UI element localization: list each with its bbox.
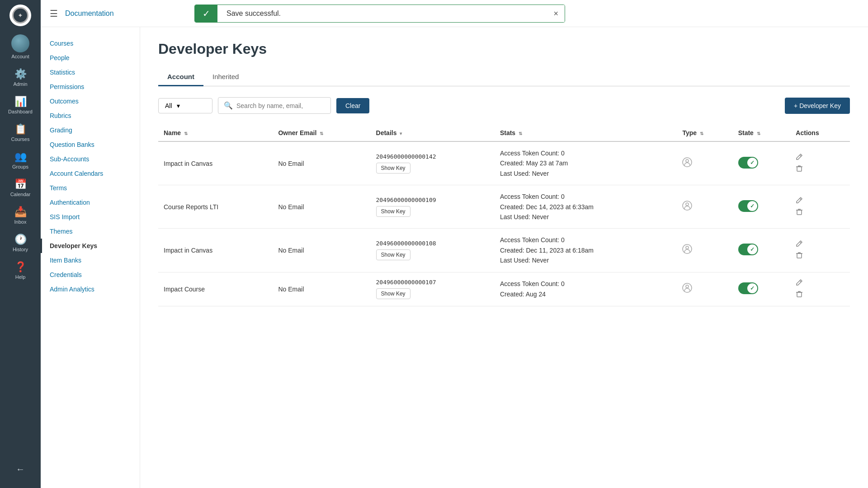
row-1-delete-icon[interactable]	[796, 208, 844, 217]
row-2-actions	[790, 229, 850, 272]
row-3-stats: Access Token Count: 0Created: Aug 24	[495, 272, 677, 306]
row-1-show-key-button[interactable]: Show Key	[376, 206, 410, 217]
rail-item-courses[interactable]: 📋 Courses	[0, 119, 41, 146]
row-3-edit-icon[interactable]	[796, 279, 844, 288]
help-icon: ❓	[14, 261, 27, 273]
row-1-edit-icon[interactable]	[796, 197, 844, 206]
sidebar-item-statistics[interactable]: Statistics	[41, 65, 140, 80]
row-0-lti-icon	[682, 159, 692, 169]
row-2-key-id: 20496000000000108	[376, 240, 436, 247]
page-title: Developer Keys	[158, 41, 850, 57]
sidebar-item-sis-import[interactable]: SIS Import	[41, 210, 140, 224]
filter-dropdown[interactable]: All ▾	[158, 98, 212, 113]
row-1-state[interactable]: ✓	[733, 185, 791, 229]
svg-point-1	[686, 160, 689, 162]
body-layout: Courses People Statistics Permissions Ou…	[41, 27, 868, 488]
row-0-delete-icon[interactable]	[796, 165, 844, 174]
row-3-key-id: 20496000000000107	[376, 279, 436, 286]
sidebar-item-themes[interactable]: Themes	[41, 224, 140, 239]
app-logo	[9, 5, 31, 26]
table-row: Impact in CanvasNo Email2049600000000014…	[158, 141, 850, 185]
table-row: Course Reports LTINo Email20496000000000…	[158, 185, 850, 229]
row-1-type	[677, 185, 732, 229]
content-area: Developer Keys Account Inherited All ▾ 🔍…	[140, 27, 868, 488]
col-state[interactable]: State ⇅	[733, 125, 791, 141]
col-actions: Actions	[790, 125, 850, 141]
row-2-type	[677, 229, 732, 272]
rail-item-calendar[interactable]: 📅 Calendar	[0, 174, 41, 202]
col-owner-email[interactable]: Owner Email ⇅	[273, 125, 370, 141]
sidebar-item-terms[interactable]: Terms	[41, 181, 140, 195]
table-row: Impact CourseNo Email20496000000000107Sh…	[158, 272, 850, 306]
state-sort-icon: ⇅	[757, 131, 760, 136]
row-1-toggle[interactable]: ✓	[738, 200, 758, 212]
rail-item-groups[interactable]: 👥 Groups	[0, 146, 41, 174]
row-1-stats: Access Token Count: 0Created: Dec 14, 20…	[495, 185, 677, 229]
sidebar-item-outcomes[interactable]: Outcomes	[41, 94, 140, 108]
rail-item-dashboard[interactable]: 📊 Dashboard	[0, 91, 41, 119]
alert-success-icon: ✓	[195, 5, 217, 22]
row-3-show-key-button[interactable]: Show Key	[376, 288, 410, 299]
history-icon: 🕐	[14, 234, 27, 245]
row-2-toggle-knob: ✓	[747, 244, 757, 254]
row-2-toggle[interactable]: ✓	[738, 244, 758, 255]
row-2-show-key-button[interactable]: Show Key	[376, 249, 410, 260]
row-0-type	[677, 141, 732, 185]
row-2-delete-icon[interactable]	[796, 252, 844, 261]
documentation-link[interactable]: Documentation	[65, 9, 114, 18]
hamburger-button[interactable]: ☰	[50, 8, 58, 19]
sidebar-item-question-banks[interactable]: Question Banks	[41, 137, 140, 152]
sidebar-item-permissions[interactable]: Permissions	[41, 80, 140, 94]
svg-rect-5	[797, 210, 802, 215]
topbar: ☰ Documentation ✓ Save successful. ×	[41, 0, 868, 27]
collapse-button[interactable]: ←	[11, 460, 29, 479]
clear-button[interactable]: Clear	[336, 98, 369, 113]
alert-close-button[interactable]: ×	[547, 5, 565, 22]
row-0-toggle[interactable]: ✓	[738, 157, 758, 169]
sidebar-item-sub-accounts[interactable]: Sub-Accounts	[41, 152, 140, 166]
row-3-toggle[interactable]: ✓	[738, 282, 758, 294]
sidebar-item-developer-keys[interactable]: Developer Keys	[41, 239, 140, 253]
row-0-show-key-button[interactable]: Show Key	[376, 163, 410, 174]
sidebar-item-item-banks[interactable]: Item Banks	[41, 253, 140, 267]
row-0-key-id: 20496000000000142	[376, 153, 436, 160]
inbox-icon: 📥	[14, 206, 27, 218]
col-name[interactable]: Name ⇅	[158, 125, 273, 141]
col-type[interactable]: Type ⇅	[677, 125, 732, 141]
sidebar-item-rubrics[interactable]: Rubrics	[41, 108, 140, 123]
add-developer-key-button[interactable]: + Developer Key	[785, 98, 850, 114]
row-0-details: 20496000000000142Show Key	[371, 141, 495, 185]
row-0-owner-email: No Email	[273, 141, 370, 185]
svg-point-10	[686, 285, 689, 288]
col-details[interactable]: Details ▾	[371, 125, 495, 141]
row-0-state[interactable]: ✓	[733, 141, 791, 185]
row-0-edit-icon[interactable]	[796, 153, 844, 162]
sidebar-item-people[interactable]: People	[41, 51, 140, 65]
rail-item-account[interactable]: Account	[0, 30, 41, 64]
row-3-delete-icon[interactable]	[796, 291, 844, 300]
col-stats[interactable]: Stats ⇅	[495, 125, 677, 141]
search-input[interactable]	[236, 102, 325, 109]
rail-item-help[interactable]: ❓ Help	[0, 257, 41, 284]
row-2-owner-email: No Email	[273, 229, 370, 272]
sidebar-item-grading[interactable]: Grading	[41, 123, 140, 137]
rail-item-admin[interactable]: ⚙️ Admin	[0, 64, 41, 91]
rail-item-inbox[interactable]: 📥 Inbox	[0, 202, 41, 229]
row-1-owner-email: No Email	[273, 185, 370, 229]
sidebar-item-authentication[interactable]: Authentication	[41, 195, 140, 210]
owner-email-sort-icon: ⇅	[320, 131, 323, 136]
tab-inherited[interactable]: Inherited	[203, 68, 248, 86]
row-2-state[interactable]: ✓	[733, 229, 791, 272]
row-3-state[interactable]: ✓	[733, 272, 791, 306]
rail-courses-label: Courses	[11, 136, 30, 142]
courses-icon: 📋	[14, 123, 27, 135]
sidebar-item-courses[interactable]: Courses	[41, 36, 140, 51]
tab-account[interactable]: Account	[158, 68, 203, 86]
sidebar-item-admin-analytics[interactable]: Admin Analytics	[41, 282, 140, 296]
rail-item-history[interactable]: 🕐 History	[0, 229, 41, 257]
rail-history-label: History	[13, 247, 28, 252]
sidebar-item-credentials[interactable]: Credentials	[41, 267, 140, 282]
row-2-edit-icon[interactable]	[796, 240, 844, 249]
row-2-details: 20496000000000108Show Key	[371, 229, 495, 272]
sidebar-item-account-calendars[interactable]: Account Calendars	[41, 166, 140, 181]
